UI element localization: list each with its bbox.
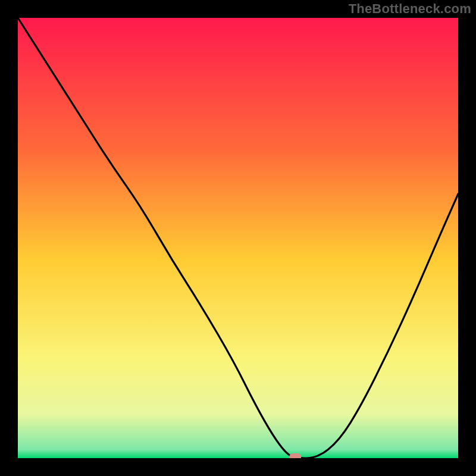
chart-svg bbox=[18, 18, 458, 458]
gradient-background bbox=[18, 18, 458, 458]
watermark-text: TheBottleneck.com bbox=[349, 1, 471, 17]
plot-area bbox=[18, 18, 458, 458]
optimal-marker bbox=[289, 453, 301, 458]
chart-frame: TheBottleneck.com bbox=[0, 0, 476, 476]
